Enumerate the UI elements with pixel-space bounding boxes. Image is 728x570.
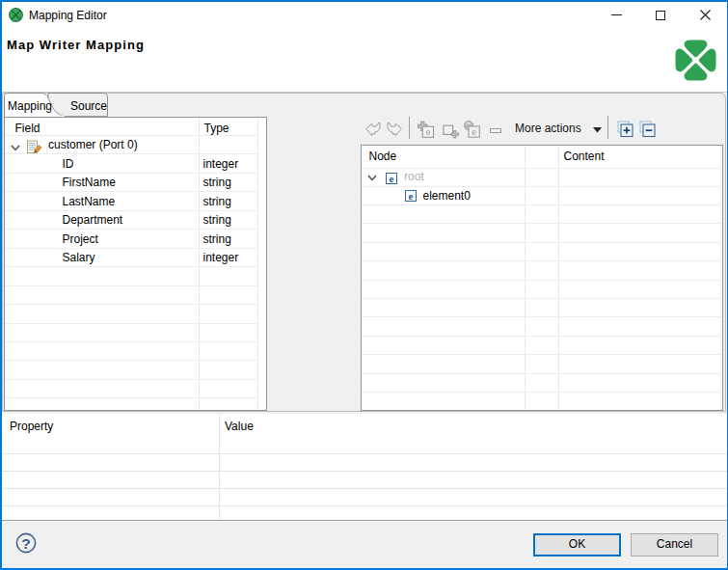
svg-text:?: ? bbox=[21, 535, 30, 552]
svg-text:e: e bbox=[472, 127, 476, 137]
svg-text:e: e bbox=[426, 127, 431, 137]
